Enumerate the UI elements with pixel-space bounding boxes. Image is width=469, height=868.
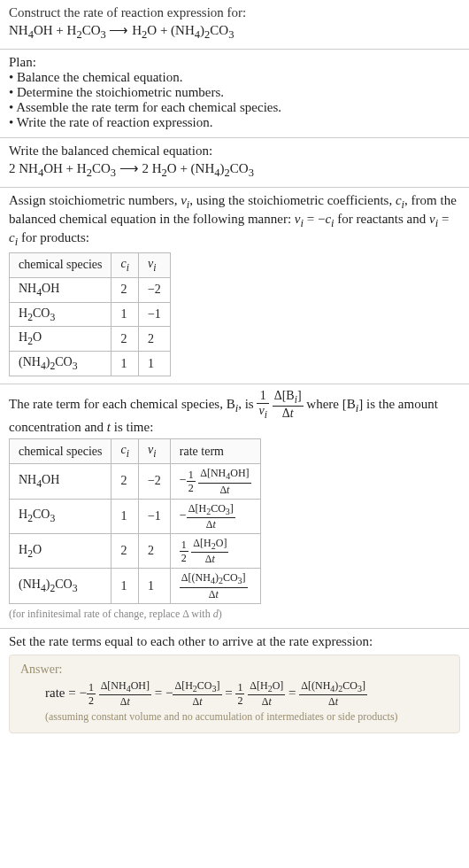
plan-item: • Assemble the rate term for each chemic… bbox=[9, 100, 460, 115]
table-row: H2CO3 1 −1 bbox=[10, 302, 171, 327]
balanced-heading: Write the balanced chemical equation: bbox=[9, 143, 460, 159]
col-species: chemical species bbox=[10, 253, 111, 278]
plan-heading: Plan: bbox=[9, 55, 460, 70]
plan-section: Plan: • Balance the chemical equation. •… bbox=[0, 50, 469, 138]
col-ci: ci bbox=[111, 253, 138, 278]
plan-item: • Balance the chemical equation. bbox=[9, 70, 460, 85]
rateterm-note: (for infinitesimal rate of change, repla… bbox=[9, 608, 460, 621]
table-row: NH4OH 2 −2 bbox=[10, 277, 171, 302]
question-equation: NH4OH + H2CO3 ⟶ H2O + (NH4)2CO3 bbox=[9, 22, 460, 42]
col-rate: rate term bbox=[170, 439, 260, 464]
rateterm-table: chemical species ci νi rate term NH4OH 2… bbox=[9, 438, 261, 603]
rateterm-text: The rate term for each chemical species,… bbox=[9, 390, 460, 435]
rateterm-section: The rate term for each chemical species,… bbox=[0, 384, 469, 629]
table-header-row: chemical species ci νi bbox=[10, 253, 171, 278]
final-section: Set the rate terms equal to each other t… bbox=[0, 629, 469, 740]
plan-item: • Determine the stoichiometric numbers. bbox=[9, 85, 460, 100]
answer-assumption: (assuming constant volume and no accumul… bbox=[20, 710, 449, 724]
question-prompt: Construct the rate of reaction expressio… bbox=[9, 5, 460, 20]
col-vi: νi bbox=[138, 253, 170, 278]
answer-expression: rate = −12 Δ[NH4OH]Δt = −Δ[H2CO3]Δt = 12… bbox=[20, 680, 449, 707]
balanced-equation: 2 NH4OH + H2CO3 ⟶ 2 H2O + (NH4)2CO3 bbox=[9, 160, 460, 180]
stoich-section: Assign stoichiometric numbers, νi, using… bbox=[0, 188, 469, 384]
answer-label: Answer: bbox=[20, 663, 449, 677]
final-heading: Set the rate terms equal to each other t… bbox=[9, 634, 460, 649]
table-row: (NH4)2CO3 1 1 bbox=[10, 352, 171, 376]
table-header-row: chemical species ci νi rate term bbox=[10, 439, 261, 464]
stoich-text: Assign stoichiometric numbers, νi, using… bbox=[9, 193, 460, 249]
answer-box: Answer: rate = −12 Δ[NH4OH]Δt = −Δ[H2CO3… bbox=[9, 655, 460, 733]
table-row: H2O 2 2 12 Δ[H2O]Δt bbox=[10, 534, 261, 569]
col-species: chemical species bbox=[10, 439, 111, 464]
table-row: H2O 2 2 bbox=[10, 327, 171, 352]
col-vi: νi bbox=[138, 439, 170, 464]
question-section: Construct the rate of reaction expressio… bbox=[0, 0, 469, 50]
stoich-table: chemical species ci νi NH4OH 2 −2 H2CO3 … bbox=[9, 252, 171, 376]
table-row: NH4OH 2 −2 −12 Δ[NH4OH]Δt bbox=[10, 464, 261, 499]
col-ci: ci bbox=[111, 439, 138, 464]
table-row: (NH4)2CO3 1 1 Δ[(NH4)2CO3]Δt bbox=[10, 569, 261, 603]
plan-item: • Write the rate of reaction expression. bbox=[9, 115, 460, 130]
table-row: H2CO3 1 −1 −Δ[H2CO3]Δt bbox=[10, 499, 261, 533]
balanced-section: Write the balanced chemical equation: 2 … bbox=[0, 138, 469, 188]
